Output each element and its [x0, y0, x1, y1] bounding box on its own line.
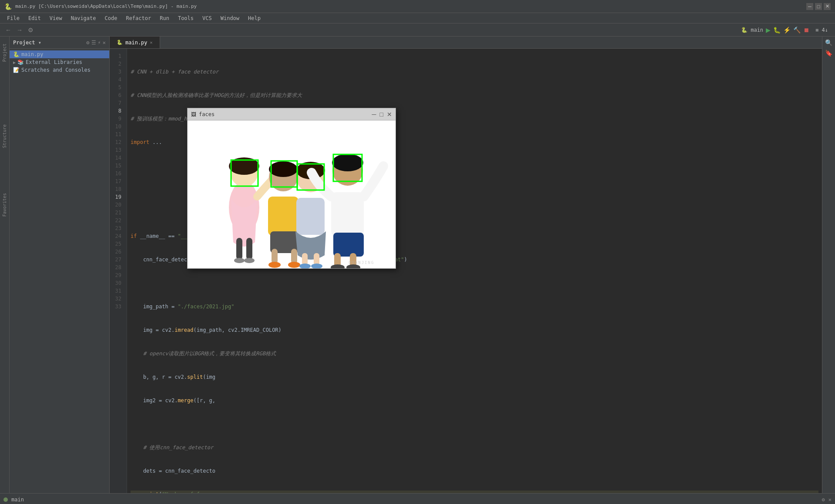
code-line-10 [131, 279, 818, 287]
line-num-10: 10 [110, 123, 123, 130]
image-window-icon: 🖼 [191, 111, 196, 117]
svg-rect-5 [246, 238, 252, 260]
menu-window[interactable]: Window [217, 14, 243, 22]
image-title: 🖼 faces [191, 111, 215, 117]
toolbar-left: ← → ⚙ [3, 26, 35, 34]
run-config-label: 🐍 main [741, 27, 763, 33]
menu-navigate[interactable]: Navigate [67, 14, 100, 22]
line-num-14: 14 [110, 154, 123, 162]
minimize-button[interactable]: ─ [806, 3, 813, 10]
svg-point-7 [244, 258, 255, 263]
svg-rect-26 [333, 233, 364, 257]
menu-file[interactable]: File [3, 14, 23, 22]
title-bar-controls[interactable]: ─ □ ✕ [806, 3, 831, 10]
stop-button[interactable]: ⏹ [803, 27, 809, 33]
line-num-18: 18 [110, 185, 123, 193]
toolbar-area: ← → ⚙ 🐍 main ▶ 🐛 ⚡ 🔨 ⏹ ≡ 4↓ [0, 23, 835, 37]
svg-rect-16 [296, 198, 325, 235]
right-search-icon[interactable]: 🔍 [824, 38, 833, 47]
menu-view[interactable]: View [46, 14, 66, 22]
sidebar-favorites-tab[interactable]: Favorites [2, 190, 7, 220]
image-titlebar[interactable]: 🖼 faces ─ □ ✕ [188, 108, 396, 120]
project-gear-icon[interactable]: ⚡ [98, 40, 101, 46]
editor-tab-mainpy[interactable]: 🐍 main.py ✕ [110, 37, 160, 48]
build-button[interactable]: 🔨 [793, 27, 801, 33]
project-tree: 🐍 main.py ▶ 📚 External Libraries 📝 Scrat… [10, 49, 109, 76]
debug-button[interactable]: 🐛 [773, 27, 781, 33]
python-file-icon: 🐍 [13, 51, 20, 57]
image-maximize-button[interactable]: □ [380, 111, 383, 118]
line-num-33: 33 [110, 303, 123, 310]
menu-vcs[interactable]: VCS [199, 14, 215, 22]
app-icon: 🐍 [4, 3, 12, 10]
close-button[interactable]: ✕ [824, 3, 831, 10]
line-num-29: 29 [110, 271, 123, 279]
tree-item-label: External Libraries [26, 59, 82, 65]
tree-item-external-libs[interactable]: ▶ 📚 External Libraries [10, 58, 109, 66]
image-controls: ─ □ ✕ [372, 111, 392, 118]
line-num-20: 20 [110, 201, 123, 209]
image-window-title: faces [199, 111, 215, 117]
right-bookmark-icon[interactable]: 🔖 [824, 49, 833, 57]
code-line-18: dets = cnn_face_detecto [131, 467, 818, 475]
line-num-3: 3 [110, 68, 123, 76]
line-num-30: 30 [110, 279, 123, 287]
sidebar-structure-tab[interactable]: Structure [2, 121, 7, 151]
tab-label: main.py [125, 40, 148, 46]
coverage-button[interactable]: ⚡ [783, 27, 791, 33]
line-num-24: 24 [110, 232, 123, 240]
image-minimize-button[interactable]: ─ [372, 111, 376, 118]
line-num-15: 15 [110, 162, 123, 170]
tab-close-icon[interactable]: ✕ [150, 40, 153, 45]
menu-run[interactable]: Run [156, 14, 173, 22]
line-num-6: 6 [110, 91, 123, 99]
svg-rect-4 [236, 238, 242, 260]
line-num-22: 22 [110, 217, 123, 224]
maximize-button[interactable]: □ [815, 3, 822, 10]
menu-refactor[interactable]: Refactor [122, 14, 154, 22]
run-settings-icon[interactable]: ⚙ [822, 497, 825, 503]
image-window: 🖼 faces ─ □ ✕ [187, 108, 396, 269]
tree-item-label: main.py [21, 51, 44, 57]
sidebar-tabs: Project Structure Favorites [0, 37, 10, 493]
top-right-controls: 🐍 main ▶ 🐛 ⚡ 🔨 ⏹ ≡ 4↓ [741, 27, 832, 33]
tab-file-icon: 🐍 [117, 40, 123, 45]
tree-item-scratches[interactable]: 📝 Scratches and Consoles [10, 66, 109, 74]
line-num-1: 1 [110, 52, 123, 60]
project-close-icon[interactable]: ✕ [103, 40, 106, 46]
svg-rect-20 [314, 253, 319, 265]
left-panel: Project ▾ ⚙ ☰ ⚡ ✕ 🐍 main.py ▶ 📚 External… [10, 37, 110, 493]
image-close-button[interactable]: ✕ [387, 111, 392, 118]
editor-tabs: 🐍 main.py ✕ [110, 37, 822, 49]
line-num-5: 5 [110, 83, 123, 91]
svg-rect-13 [291, 249, 297, 264]
line-num-11: 11 [110, 130, 123, 138]
toolbar-settings[interactable]: ⚙ [26, 26, 35, 34]
project-expand-icon[interactable]: ☰ [91, 40, 96, 46]
menu-tools[interactable]: Tools [174, 14, 197, 22]
toolbar-back[interactable]: ← [3, 26, 13, 34]
svg-rect-8 [268, 197, 298, 236]
branch-label: ≡ 4↓ [815, 27, 828, 33]
svg-text:QUANJING: QUANJING [349, 260, 374, 265]
line-num-13: 13 [110, 146, 123, 154]
line-num-27: 27 [110, 256, 123, 264]
svg-point-10 [269, 161, 298, 177]
tree-item-label: Scratches and Consoles [21, 67, 91, 73]
line-num-12: 12 [110, 138, 123, 146]
menu-code[interactable]: Code [101, 14, 121, 22]
menu-edit[interactable]: Edit [25, 14, 44, 22]
menu-help[interactable]: Help [245, 14, 264, 22]
bottom-panel: main ⚙ ✕ ▶ ↻ ⏹ ↑ ↓ 🗑 D:\code\conda\pytho… [0, 493, 835, 504]
project-settings-icon[interactable]: ⚙ [86, 40, 89, 46]
sidebar-project-tab[interactable]: Project [2, 40, 7, 65]
face-image-container: QUANJING [188, 120, 396, 268]
scratches-icon: 📝 [13, 67, 20, 73]
tree-item-mainpy[interactable]: 🐍 main.py [10, 50, 109, 58]
run-button[interactable]: ▶ [766, 27, 771, 33]
svg-rect-19 [302, 253, 308, 265]
toolbar-forward[interactable]: → [15, 26, 24, 34]
run-collapse-icon[interactable]: ✕ [828, 497, 832, 503]
title-bar-left: 🐍 main.py [C:\Users\soweida\AppData\Loca… [4, 3, 197, 10]
line-num-28: 28 [110, 264, 123, 271]
